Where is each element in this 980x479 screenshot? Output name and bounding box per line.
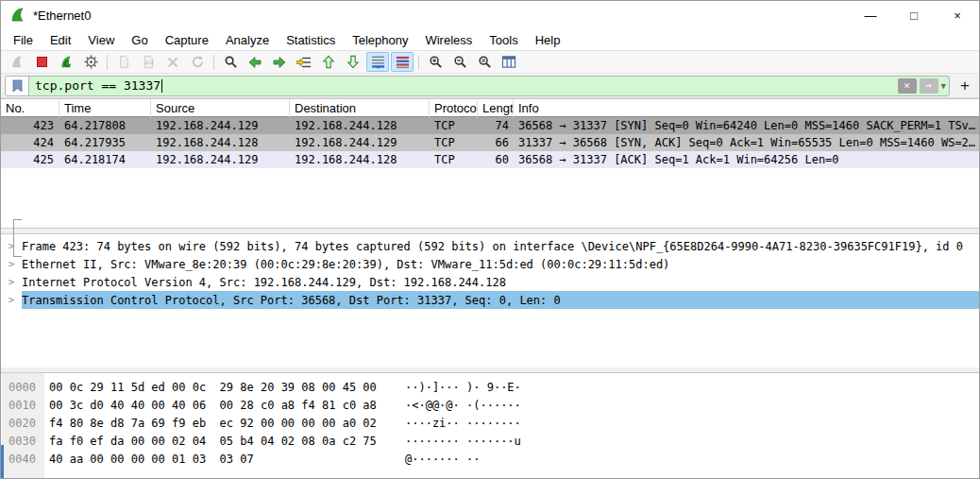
menu-wireless[interactable]: Wireless [416, 31, 481, 49]
hex-row[interactable]: 0040 40 aa 00 00 00 00 01 03 03 07 @····… [1, 450, 979, 468]
maximize-button[interactable]: □ [892, 1, 936, 29]
colorize-toggle[interactable] [391, 52, 414, 72]
toolbar-separator [418, 55, 419, 70]
start-capture-button[interactable] [6, 52, 28, 72]
filter-bar: tcp.port == 31337 × → ▼ + [1, 74, 979, 98]
column-header-protocol[interactable]: Protocol [430, 99, 478, 117]
packet-details-pane: > Frame 423: 74 bytes on wire (592 bits)… [1, 234, 979, 368]
hex-row[interactable]: 0000 00 0c 29 11 5d ed 00 0c 29 8e 20 39… [1, 378, 979, 396]
column-header-no[interactable]: No. [1, 99, 59, 117]
filter-dropdown-caret[interactable]: ▼ [941, 81, 946, 91]
packet-row[interactable]: 423 64.217808 192.168.244.129 192.168.24… [1, 117, 979, 134]
stop-capture-button[interactable] [30, 52, 53, 72]
arrow-down-icon [346, 55, 360, 69]
menu-help[interactable]: Help [527, 31, 569, 49]
filter-bookmark-button[interactable] [5, 76, 29, 96]
column-header-source[interactable]: Source [151, 99, 290, 117]
expand-chevron-icon[interactable]: > [1, 258, 22, 270]
shark-fin-icon [10, 55, 25, 69]
display-filter-input[interactable]: tcp.port == 31337 × → ▼ [29, 76, 950, 96]
arrow-left-icon [247, 56, 262, 69]
hex-row[interactable]: 0030 fa f0 ef da 00 00 02 04 05 b4 04 02… [1, 432, 979, 450]
save-file-button[interactable]: 010 [137, 52, 160, 72]
hex-row[interactable]: 0010 00 3c d0 40 40 00 40 06 00 28 c0 a8… [1, 396, 979, 414]
packet-list-header: No. Time Source Destination Protocol Len… [1, 99, 979, 117]
filter-clear-button[interactable]: × [898, 78, 917, 94]
gear-icon [84, 55, 98, 69]
packet-row[interactable]: 425 64.218174 192.168.244.129 192.168.24… [1, 151, 979, 168]
menu-capture[interactable]: Capture [157, 31, 217, 49]
colorize-icon [396, 55, 410, 69]
close-file-icon [166, 56, 179, 69]
zoom-original-icon [478, 55, 492, 69]
find-packet-button[interactable] [219, 52, 242, 72]
go-last-packet-button[interactable] [342, 52, 364, 72]
zoom-reset-button[interactable] [473, 52, 496, 72]
expand-chevron-icon[interactable]: > [1, 294, 22, 306]
menu-tools[interactable]: Tools [481, 31, 526, 49]
packet-row[interactable]: 424 64.217935 192.168.244.128 192.168.24… [1, 134, 979, 151]
conversation-bracket [13, 219, 22, 257]
auto-scroll-toggle[interactable] [366, 52, 389, 72]
toolbar-separator [107, 55, 108, 70]
reload-file-button[interactable] [186, 52, 209, 72]
go-first-packet-button[interactable] [317, 52, 340, 72]
bookmark-icon [12, 79, 23, 93]
main-toolbar: 010 [1, 50, 979, 74]
go-back-button[interactable] [244, 52, 266, 72]
toolbar-separator [213, 55, 214, 70]
arrow-up-icon [322, 55, 335, 69]
title-bar: *Ethernet0 — □ × [1, 1, 979, 29]
zoom-out-icon [453, 55, 467, 69]
stop-square-icon [37, 57, 47, 67]
text-caret [161, 79, 162, 93]
document-icon [117, 55, 131, 69]
menu-go[interactable]: Go [123, 31, 156, 49]
svg-text:010: 010 [144, 60, 153, 65]
menu-view[interactable]: View [79, 31, 123, 49]
jump-to-lines-icon [296, 56, 312, 69]
resize-columns-icon [501, 55, 516, 69]
menu-file[interactable]: File [5, 31, 42, 49]
detail-row-tcp-selected[interactable]: > Transmission Control Protocol, Src Por… [1, 291, 979, 309]
auto-scroll-icon [371, 55, 385, 69]
window-edge-accent [1, 445, 4, 479]
shark-fin-restart-icon [59, 55, 74, 69]
go-forward-button[interactable] [268, 52, 291, 72]
binary-document-icon: 010 [142, 55, 156, 69]
expand-chevron-icon[interactable]: > [1, 276, 22, 288]
detail-row-ethernet[interactable]: > Ethernet II, Src: VMware_8e:20:39 (00:… [1, 255, 979, 273]
close-capture-button[interactable] [161, 52, 184, 72]
column-header-info[interactable]: Info [514, 99, 979, 117]
column-header-destination[interactable]: Destination [290, 99, 430, 117]
zoom-in-icon [429, 55, 443, 69]
menu-bar: File Edit View Go Capture Analyze Statis… [1, 29, 979, 50]
filter-text: tcp.port == 31337 [35, 78, 161, 93]
close-button[interactable]: × [936, 1, 979, 29]
resize-columns-button[interactable] [498, 52, 520, 72]
filter-apply-button[interactable]: → [920, 78, 938, 94]
go-to-packet-button[interactable] [293, 52, 315, 72]
menu-telephony[interactable]: Telephony [344, 31, 416, 49]
detail-row-ip[interactable]: > Internet Protocol Version 4, Src: 192.… [1, 273, 979, 291]
column-header-time[interactable]: Time [59, 99, 151, 117]
zoom-in-button[interactable] [424, 52, 447, 72]
detail-row-frame[interactable]: > Frame 423: 74 bytes on wire (592 bits)… [1, 237, 979, 255]
minimize-button[interactable]: — [849, 1, 892, 29]
wireshark-logo-icon [9, 7, 26, 24]
menu-statistics[interactable]: Statistics [278, 31, 344, 49]
pane-splitter[interactable] [1, 228, 979, 234]
window-title: *Ethernet0 [33, 9, 849, 23]
restart-capture-button[interactable] [55, 52, 77, 72]
menu-edit[interactable]: Edit [42, 31, 79, 49]
capture-options-button[interactable] [79, 52, 102, 72]
hex-row[interactable]: 0020 f4 80 8e d8 7a 69 f9 eb ec 92 00 00… [1, 414, 979, 432]
column-header-length[interactable]: Length [478, 99, 514, 117]
filter-add-button[interactable]: + [955, 76, 975, 96]
zoom-out-button[interactable] [448, 52, 471, 72]
packet-bytes-pane: 0000 00 0c 29 11 5d ed 00 0c 29 8e 20 39… [1, 373, 979, 479]
menu-analyze[interactable]: Analyze [217, 31, 278, 49]
packet-list-pane: No. Time Source Destination Protocol Len… [1, 98, 979, 228]
open-file-button[interactable] [112, 52, 135, 72]
magnifier-icon [224, 55, 238, 69]
